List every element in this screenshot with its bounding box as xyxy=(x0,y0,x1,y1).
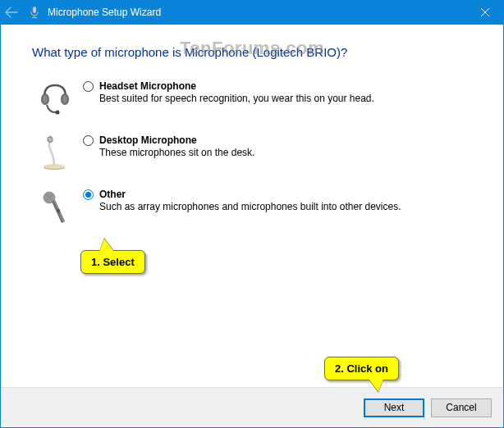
option-headset: Headset Microphone Best suited for speec… xyxy=(39,80,472,120)
radio-icon xyxy=(83,135,94,146)
callout-select: 1. Select xyxy=(80,250,145,274)
back-arrow-icon[interactable] xyxy=(0,0,23,25)
titlebar: Microphone Setup Wizard xyxy=(0,0,504,25)
window-title: Microphone Setup Wizard xyxy=(48,7,161,18)
callout-text: 1. Select xyxy=(91,256,135,268)
radio-icon xyxy=(83,189,94,200)
next-button[interactable]: Next xyxy=(364,398,424,417)
svg-point-4 xyxy=(43,95,48,103)
option-desktop: Desktop Microphone These microphones sit… xyxy=(39,134,472,174)
radio-headset[interactable]: Headset Microphone xyxy=(83,80,472,92)
page-heading: What type of microphone is Microphone (L… xyxy=(32,45,472,59)
option-desc: Best suited for speech recognition, you … xyxy=(99,93,472,104)
microphone-icon xyxy=(28,6,41,19)
svg-rect-0 xyxy=(33,7,36,13)
wizard-footer: Next Cancel xyxy=(1,387,503,427)
radio-other[interactable]: Other xyxy=(83,189,472,200)
wizard-content: What type of microphone is Microphone (L… xyxy=(1,25,503,387)
callout-text: 2. Click on xyxy=(335,362,388,375)
radio-icon xyxy=(83,81,94,92)
close-button[interactable] xyxy=(466,0,504,25)
option-desc: These microphones sit on the desk. xyxy=(99,147,472,158)
option-label: Headset Microphone xyxy=(99,80,196,92)
option-label: Other xyxy=(99,189,126,200)
cancel-button[interactable]: Cancel xyxy=(431,398,492,417)
desktop-mic-icon xyxy=(39,134,71,174)
radio-desktop[interactable]: Desktop Microphone xyxy=(83,134,472,146)
svg-point-6 xyxy=(62,95,67,103)
option-desc: Such as array microphones and microphone… xyxy=(99,201,472,212)
headset-icon xyxy=(39,80,71,120)
microphone-type-options: Headset Microphone Best suited for speec… xyxy=(39,80,472,228)
handheld-mic-icon xyxy=(39,189,71,228)
option-other: Other Such as array microphones and micr… xyxy=(39,189,472,228)
callout-clickon: 2. Click on xyxy=(324,357,399,380)
option-label: Desktop Microphone xyxy=(99,134,197,146)
svg-point-7 xyxy=(56,111,60,115)
